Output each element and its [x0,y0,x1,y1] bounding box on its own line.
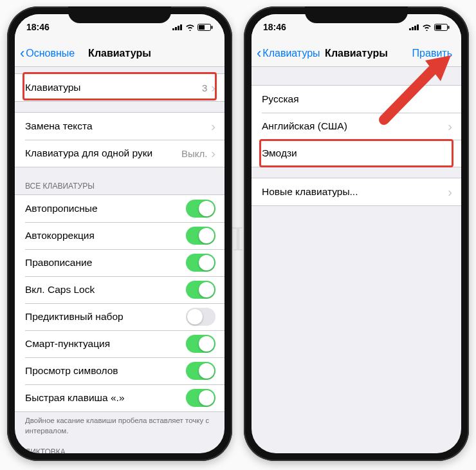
phone-frame-left: 18:46 ‹ Основные Клавиатуры [7,6,232,461]
signal-icon [172,24,183,30]
auto-caps-toggle[interactable] [186,200,215,218]
svg-rect-7 [409,28,411,30]
auto-caps-row: Автопрописные [15,195,224,222]
status-time: 18:46 [263,22,286,32]
cell-label: Смарт-пунктуация [25,338,186,350]
svg-rect-8 [412,27,414,30]
cell-label: Быстрая клавиша «.» [25,392,186,404]
auto-correct-toggle[interactable] [186,227,215,245]
back-label: Клавиатуры [262,48,320,59]
period-shortcut-toggle[interactable] [186,389,215,407]
svg-rect-9 [414,26,416,30]
svg-rect-12 [435,25,441,30]
cell-label: Вкл. Caps Lock [25,284,186,296]
signal-icon [409,24,419,30]
svg-rect-13 [448,26,450,29]
svg-rect-10 [417,24,419,30]
back-label: Основные [26,48,75,59]
svg-rect-2 [178,26,179,30]
keyboards-count-row[interactable]: Клавиатуры 3 › [15,74,224,101]
caps-lock-row: Вкл. Caps Lock [15,276,224,303]
wifi-icon [185,24,195,31]
battery-icon [197,24,213,31]
svg-rect-3 [180,24,182,30]
predictive-row: Предиктивный набор [15,303,224,330]
add-new-keyboard-row[interactable]: Новые клавиатуры... › [252,178,461,205]
one-handed-keyboard-row[interactable]: Клавиатура для одной руки Выкл. › [15,140,224,167]
cell-label: Автокоррекция [25,230,186,241]
cell-label: Клавиатура для одной руки [25,147,181,159]
cell-label: Замена текста [25,120,211,132]
battery-icon [434,24,450,31]
predictive-toggle[interactable] [186,308,215,326]
chevron-right-icon: › [211,147,215,160]
char-preview-toggle[interactable] [186,362,215,380]
period-shortcut-row: Быстрая клавиша «.» [15,384,224,411]
chevron-right-icon: › [211,81,215,94]
cell-label: Автопрописные [25,203,186,214]
svg-rect-6 [212,26,213,29]
screen-left: 18:46 ‹ Основные Клавиатуры [15,14,224,453]
status-time: 18:46 [26,22,50,32]
spelling-row: Правописание [15,249,224,276]
cell-label: Предиктивный набор [25,311,186,323]
svg-rect-5 [199,25,205,30]
back-button[interactable]: ‹ Клавиатуры [257,46,320,61]
section-header-dictation: ДИКТОВКА [15,444,224,453]
notch [68,6,171,23]
cell-label: Новые клавиатуры... [262,186,448,198]
chevron-right-icon: › [211,120,215,133]
back-button[interactable]: ‹ Основные [20,46,75,61]
cell-label: Просмотр символов [25,365,186,377]
notch [305,6,408,23]
smart-punct-toggle[interactable] [186,335,215,353]
keyboard-item-emoji[interactable]: Эмодзи [252,140,461,167]
wifi-icon [422,24,432,31]
smart-punct-row: Смарт-пунктуация [15,330,224,357]
cell-label: Клавиатуры [25,82,202,93]
phone-frame-right: 18:46 ‹ Клавиатуры Клавиатуры Править [244,6,469,461]
svg-line-14 [384,67,435,120]
chevron-left-icon: ‹ [257,46,261,61]
chevron-left-icon: ‹ [20,46,24,61]
cell-label: Эмодзи [262,147,452,159]
spelling-toggle[interactable] [186,254,215,272]
text-replacement-row[interactable]: Замена текста › [15,113,224,140]
cell-value: 3 [202,82,207,93]
caps-lock-toggle[interactable] [186,281,215,299]
chevron-right-icon: › [448,185,452,198]
cell-value: Выкл. [181,148,207,159]
svg-rect-1 [175,27,177,30]
section-header-all-keyboards: ВСЕ КЛАВИАТУРЫ [15,178,224,194]
screen-right: 18:46 ‹ Клавиатуры Клавиатуры Править [252,14,461,453]
nav-bar-left: ‹ Основные Клавиатуры [15,40,224,67]
char-preview-row: Просмотр символов [15,357,224,384]
auto-correct-row: Автокоррекция [15,222,224,249]
arrow-icon [371,49,455,126]
content-left: Клавиатуры 3 › Замена текста › Клавиа [15,67,224,453]
cell-label: Правописание [25,257,186,268]
footer-double-tap: Двойное касание клавиши пробела вставляе… [15,412,224,438]
svg-rect-0 [172,28,174,30]
